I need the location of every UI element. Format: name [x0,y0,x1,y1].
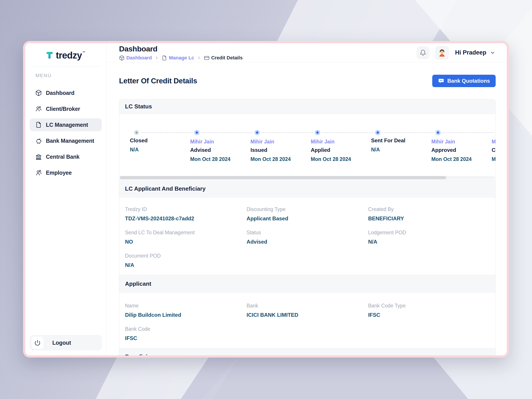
field-applicant-bank-code: Bank Code IFSC [125,326,247,341]
content-area: Letter Of Credit Details Bank Quotations… [106,62,507,355]
timeline-dot [375,130,380,135]
field-label: Name [125,303,247,309]
bank-quotations-button[interactable]: Bank Quotations [432,75,496,87]
timeline-date: N/A [130,147,190,153]
lc-applicant-beneficiary-fields: Tredzy ID TDZ-VMS-20241028-c7add2 Discou… [119,197,495,275]
chevron-down-icon [490,50,495,55]
timeline-step-sent-for-deal: Sent For Deal N/A [371,130,431,176]
field-applicant-name: Name Dilip Buildcon Limited [125,303,247,318]
field-discounting-type: Discounting Type Applicant Based [247,206,368,222]
sidebar-item-lc-management[interactable]: LC Management [30,118,102,131]
lc-status-timeline: Closed N/A Mihir Jain Advised Mon Oct 28… [119,114,495,176]
sidebar-menu: Dashboard Client/Broker LC Management Ba… [25,86,106,182]
sidebar-item-client-broker[interactable]: Client/Broker [30,102,102,115]
timeline-step-created: Mihir Jain Created Mon Oct 28 2024 [492,130,495,176]
timeline-date: Mon Oct 28 2024 [190,156,250,162]
file-icon [35,121,42,128]
timeline-date: N/A [371,147,431,153]
cube-icon [35,89,42,96]
field-tredzy-id: Tredzy ID TDZ-VMS-20241028-c7add2 [125,206,247,222]
breadcrumb-label: Manage Lc [169,55,194,61]
sidebar-item-label: Dashboard [46,90,75,96]
logout-icon-box [32,337,44,349]
brand-name: tredzy [56,51,82,60]
breadcrumb-credit-details: Credit Details [204,55,243,61]
field-label: Discounting Type [247,206,368,212]
field-value: TDZ-VMS-20241028-c7add2 [125,215,247,222]
timeline-date: Mon Oct 28 2024 [431,156,492,162]
field-document-pod: Document POD N/A [125,253,247,268]
notifications-button[interactable] [417,46,429,59]
timeline-status: Sent For Deal [371,137,431,144]
timeline-status: Advised [190,147,250,153]
file-icon [162,55,167,61]
field-value: Applicant Based [247,215,368,222]
timeline-user: Mihir Jain [431,139,492,145]
timeline-dot [435,130,441,135]
breadcrumb: Dashboard Manage Lc Credit Details [119,55,242,61]
breadcrumb-label: Credit Details [211,55,243,61]
timeline-status: Approved [431,147,492,153]
applicant-fields: Name Dilip Buildcon Limited Bank ICICI B… [119,293,495,348]
field-value: N/A [368,239,490,245]
page-title: Letter Of Credit Details [119,77,197,85]
cube-icon [119,55,125,61]
sidebar-item-bank-management[interactable]: Bank Management [30,134,102,147]
timeline-scrollbar-track[interactable] [120,176,495,179]
sidebar-item-employee[interactable]: Employee [30,166,102,179]
timeline-step-issued: Mihir Jain Issued Mon Oct 28 2024 [250,130,311,176]
field-label: Created By [368,206,490,212]
timeline-status: Applied [311,147,371,153]
timeline-scrollbar-thumb[interactable] [120,176,446,179]
chevron-right-icon [154,56,159,60]
breadcrumb-manage-lc[interactable]: Manage Lc [162,55,194,61]
field-value: Advised [247,239,368,245]
sidebar-item-label: Employee [46,170,72,176]
user-menu[interactable]: Hi Pradeep [455,49,495,56]
power-icon [34,340,41,346]
timeline-user: Mihir Jain [250,139,311,145]
sidebar-item-central-bank[interactable]: Central Bank [30,150,102,163]
field-label: Lodgement POD [368,230,490,236]
field-applicant-bank-code-type: Bank Code Type IFSC [368,303,490,318]
field-label: Bank Code [125,326,247,332]
section-header-lc-applicant-beneficiary: LC Applicant And Beneficiary [119,180,495,197]
sidebar-item-dashboard[interactable]: Dashboard [30,86,102,99]
timeline-step-closed: Closed N/A [130,130,190,176]
field-value: N/A [125,262,247,268]
chat-quote-icon [438,78,444,84]
field-label: Tredzy ID [125,206,247,212]
avatar[interactable] [435,46,449,60]
field-applicant-bank: Bank ICICI BANK LIMITED [247,303,368,318]
timeline-status: Issued [250,147,311,153]
field-value: IFSC [368,312,490,318]
timeline-user: Mihir Jain [311,139,371,145]
field-label: Document POD [125,253,247,259]
field-value: IFSC [125,335,247,341]
user-greeting: Hi Pradeep [455,49,486,56]
sidebar-item-label: LC Management [46,122,88,128]
tredzy-logo-icon [46,51,54,60]
timeline-date: Mon Oct 28 2024 [250,156,311,162]
field-value: BENEFICIARY [368,215,490,222]
brand-logo[interactable]: tredzy ™ [25,51,106,60]
lc-details-card: LC Status Closed N/A Mihir Jain Advised … [119,99,496,355]
field-value: NO [125,239,247,245]
field-label: Bank Code Type [368,303,490,309]
employee-icon [35,169,42,176]
page-header-title: Dashboard [119,44,242,53]
logout-button[interactable]: Logout [30,335,102,350]
menu-heading: MENU [35,73,106,78]
field-label: Send LC To Deal Management [125,230,247,236]
sidebar-item-label: Client/Broker [46,106,80,112]
breadcrumb-dashboard[interactable]: Dashboard [119,55,152,61]
timeline-status: Created [492,147,495,153]
timeline-status: Closed [130,137,190,144]
sidebar: tredzy ™ MENU Dashboard Client/Broker LC… [25,43,106,355]
logout-label: Logout [52,340,71,346]
field-lodgement-pod: Lodgement POD N/A [368,230,490,245]
header-right: Hi Pradeep [417,46,495,60]
section-header-applicant: Applicant [119,275,495,293]
chevron-right-icon [197,56,201,60]
avatar-image [437,48,447,58]
